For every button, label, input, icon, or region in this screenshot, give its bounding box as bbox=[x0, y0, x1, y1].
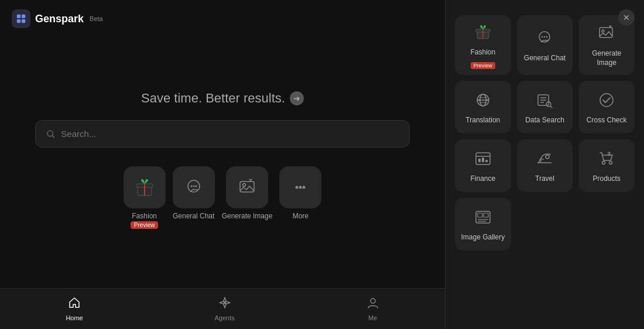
svg-rect-47 bbox=[478, 213, 482, 217]
nav-home[interactable]: Home bbox=[54, 293, 94, 325]
panel-image-icon bbox=[598, 25, 615, 44]
panel-item-image-gallery[interactable]: Image Gallery bbox=[455, 198, 511, 251]
nav-agents[interactable]: Agents bbox=[203, 293, 246, 325]
main-content: Genspark Beta Save time. Better results.… bbox=[0, 0, 445, 329]
panel-item-general-chat[interactable]: General Chat bbox=[517, 15, 573, 75]
agents-nav-label: Agents bbox=[215, 314, 235, 321]
panel-data-search-label: Data Search bbox=[525, 116, 564, 125]
home-nav-label: Home bbox=[66, 314, 83, 321]
more-label: More bbox=[293, 212, 309, 220]
svg-point-15 bbox=[296, 186, 299, 189]
panel-fashion-preview-badge: Preview bbox=[471, 62, 495, 69]
panel-travel-icon bbox=[536, 150, 553, 170]
image-icon bbox=[238, 178, 256, 197]
svg-point-11 bbox=[193, 186, 194, 187]
svg-point-24 bbox=[544, 36, 546, 38]
hero-arrow-icon: ➜ bbox=[290, 91, 304, 105]
home-icon bbox=[68, 296, 81, 312]
panel-item-fashion[interactable]: Fashion Preview bbox=[455, 15, 511, 75]
panel-item-translation[interactable]: Translation bbox=[455, 81, 511, 133]
nav-me[interactable]: Me bbox=[355, 293, 391, 325]
app-header: Genspark Beta bbox=[0, 0, 445, 37]
panel-item-data-search[interactable]: Data Search bbox=[517, 81, 573, 133]
svg-point-14 bbox=[243, 184, 246, 187]
more-dots-icon bbox=[291, 178, 310, 197]
panel-general-chat-label: General Chat bbox=[524, 54, 566, 63]
panel-translation-icon bbox=[474, 91, 492, 111]
panel-item-finance[interactable]: Finance bbox=[455, 139, 511, 192]
svg-rect-13 bbox=[240, 181, 254, 192]
panel-translation-label: Translation bbox=[465, 116, 500, 125]
panel-fashion-label: Fashion bbox=[470, 48, 495, 57]
panel-fashion-icon bbox=[474, 23, 492, 43]
svg-point-44 bbox=[602, 161, 605, 164]
bottom-nav: Home Agents Me bbox=[0, 288, 445, 329]
panel-finance-icon bbox=[474, 150, 492, 170]
svg-rect-41 bbox=[482, 157, 484, 162]
gift-icon bbox=[134, 177, 155, 198]
me-icon bbox=[366, 296, 379, 312]
panel-cross-check-label: Cross Check bbox=[587, 116, 627, 125]
beta-badge: Beta bbox=[90, 15, 103, 22]
generate-image-label: Generate Image bbox=[222, 212, 273, 220]
close-button[interactable]: ✕ bbox=[618, 9, 635, 26]
panel-grid: Fashion Preview General Chat bbox=[455, 15, 635, 251]
svg-point-18 bbox=[371, 299, 375, 303]
panel-gallery-icon bbox=[474, 208, 492, 228]
panel-chat-icon bbox=[536, 29, 553, 49]
fashion-label: Fashion bbox=[132, 212, 157, 220]
panel-item-cross-check[interactable]: Cross Check bbox=[578, 81, 635, 133]
svg-rect-2 bbox=[17, 19, 20, 23]
app-icon-more[interactable]: More bbox=[279, 166, 321, 220]
svg-point-17 bbox=[303, 186, 306, 189]
panel-travel-label: Travel bbox=[535, 174, 554, 184]
agents-icon bbox=[218, 296, 231, 312]
search-icon bbox=[46, 129, 55, 139]
svg-point-12 bbox=[195, 186, 197, 187]
app-icon-fashion[interactable]: Fashion Preview bbox=[124, 166, 166, 229]
hero-title: Save time. Better results. ➜ bbox=[141, 91, 304, 106]
panel-item-products[interactable]: Products bbox=[578, 139, 635, 192]
svg-point-25 bbox=[546, 36, 548, 38]
svg-line-5 bbox=[53, 135, 54, 137]
svg-point-10 bbox=[190, 186, 192, 187]
svg-point-27 bbox=[602, 30, 604, 32]
panel-finance-label: Finance bbox=[470, 174, 495, 184]
svg-rect-48 bbox=[484, 213, 488, 217]
right-panel: ✕ Fashion Preview bbox=[445, 0, 644, 329]
generate-image-icon-box bbox=[226, 166, 268, 208]
panel-products-icon bbox=[598, 150, 615, 170]
search-input[interactable] bbox=[61, 129, 399, 139]
svg-line-36 bbox=[550, 106, 552, 108]
fashion-preview-badge: Preview bbox=[131, 221, 159, 229]
svg-point-43 bbox=[546, 155, 549, 159]
search-bar[interactable] bbox=[35, 120, 410, 148]
svg-rect-26 bbox=[600, 28, 612, 37]
panel-image-gallery-label: Image Gallery bbox=[461, 233, 505, 242]
more-icon-box bbox=[279, 166, 321, 208]
panel-generate-image-label: Generate Image bbox=[583, 49, 630, 67]
svg-point-45 bbox=[609, 161, 612, 164]
app-icon-generate-image[interactable]: Generate Image bbox=[222, 166, 273, 220]
svg-rect-40 bbox=[478, 159, 481, 162]
panel-cross-check-icon bbox=[598, 91, 615, 111]
app-icons-row: Fashion Preview General Chat bbox=[124, 166, 322, 229]
general-chat-icon-box bbox=[173, 166, 215, 208]
general-chat-label: General Chat bbox=[173, 212, 214, 220]
svg-point-16 bbox=[299, 186, 302, 189]
chat-icon bbox=[184, 178, 203, 197]
svg-rect-1 bbox=[22, 15, 25, 18]
svg-rect-0 bbox=[17, 15, 20, 18]
panel-item-travel[interactable]: Travel bbox=[517, 139, 573, 192]
svg-rect-3 bbox=[22, 19, 25, 23]
panel-products-label: Products bbox=[592, 174, 620, 184]
logo-icon bbox=[12, 9, 30, 28]
panel-data-search-icon bbox=[536, 91, 553, 111]
hero-section: Save time. Better results. ➜ bbox=[0, 37, 445, 329]
fashion-icon-box bbox=[124, 166, 166, 208]
app-icon-general-chat[interactable]: General Chat bbox=[173, 166, 215, 220]
svg-point-37 bbox=[600, 94, 613, 107]
me-nav-label: Me bbox=[368, 314, 377, 321]
svg-rect-42 bbox=[485, 160, 488, 162]
svg-point-23 bbox=[542, 36, 543, 38]
